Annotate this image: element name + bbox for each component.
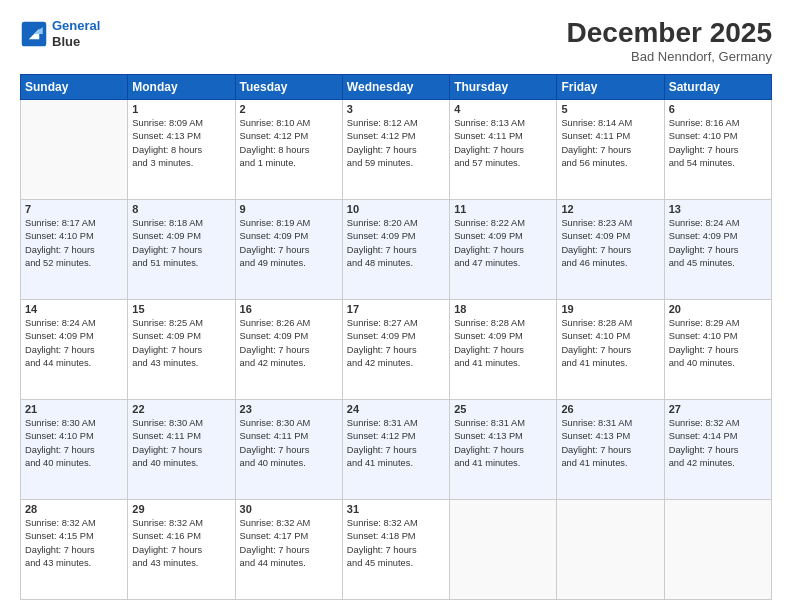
cell-info: Sunrise: 8:22 AMSunset: 4:09 PMDaylight:… [454, 217, 552, 271]
calendar-cell [664, 499, 771, 599]
day-number: 29 [132, 503, 230, 515]
col-header-thursday: Thursday [450, 74, 557, 99]
cell-info: Sunrise: 8:18 AMSunset: 4:09 PMDaylight:… [132, 217, 230, 271]
main-title: December 2025 [567, 18, 772, 49]
calendar-cell: 6Sunrise: 8:16 AMSunset: 4:10 PMDaylight… [664, 99, 771, 199]
day-number: 12 [561, 203, 659, 215]
cell-info: Sunrise: 8:25 AMSunset: 4:09 PMDaylight:… [132, 317, 230, 371]
page: General Blue December 2025 Bad Nenndorf,… [0, 0, 792, 612]
day-number: 9 [240, 203, 338, 215]
calendar-cell: 10Sunrise: 8:20 AMSunset: 4:09 PMDayligh… [342, 199, 449, 299]
col-header-wednesday: Wednesday [342, 74, 449, 99]
day-number: 3 [347, 103, 445, 115]
calendar-cell: 25Sunrise: 8:31 AMSunset: 4:13 PMDayligh… [450, 399, 557, 499]
col-header-monday: Monday [128, 74, 235, 99]
day-number: 1 [132, 103, 230, 115]
day-number: 11 [454, 203, 552, 215]
cell-info: Sunrise: 8:10 AMSunset: 4:12 PMDaylight:… [240, 117, 338, 171]
cell-info: Sunrise: 8:31 AMSunset: 4:12 PMDaylight:… [347, 417, 445, 471]
day-number: 27 [669, 403, 767, 415]
cell-info: Sunrise: 8:28 AMSunset: 4:09 PMDaylight:… [454, 317, 552, 371]
cell-info: Sunrise: 8:30 AMSunset: 4:11 PMDaylight:… [132, 417, 230, 471]
calendar-cell: 2Sunrise: 8:10 AMSunset: 4:12 PMDaylight… [235, 99, 342, 199]
day-number: 8 [132, 203, 230, 215]
cell-info: Sunrise: 8:09 AMSunset: 4:13 PMDaylight:… [132, 117, 230, 171]
day-number: 13 [669, 203, 767, 215]
calendar-cell: 31Sunrise: 8:32 AMSunset: 4:18 PMDayligh… [342, 499, 449, 599]
cell-info: Sunrise: 8:30 AMSunset: 4:10 PMDaylight:… [25, 417, 123, 471]
calendar-cell [450, 499, 557, 599]
calendar-cell: 15Sunrise: 8:25 AMSunset: 4:09 PMDayligh… [128, 299, 235, 399]
cell-info: Sunrise: 8:16 AMSunset: 4:10 PMDaylight:… [669, 117, 767, 171]
cell-info: Sunrise: 8:24 AMSunset: 4:09 PMDaylight:… [669, 217, 767, 271]
day-number: 18 [454, 303, 552, 315]
calendar-cell: 5Sunrise: 8:14 AMSunset: 4:11 PMDaylight… [557, 99, 664, 199]
cell-info: Sunrise: 8:32 AMSunset: 4:17 PMDaylight:… [240, 517, 338, 571]
day-number: 22 [132, 403, 230, 415]
calendar-cell: 1Sunrise: 8:09 AMSunset: 4:13 PMDaylight… [128, 99, 235, 199]
col-header-friday: Friday [557, 74, 664, 99]
day-number: 15 [132, 303, 230, 315]
header: General Blue December 2025 Bad Nenndorf,… [20, 18, 772, 64]
calendar-cell: 30Sunrise: 8:32 AMSunset: 4:17 PMDayligh… [235, 499, 342, 599]
subtitle: Bad Nenndorf, Germany [567, 49, 772, 64]
cell-info: Sunrise: 8:31 AMSunset: 4:13 PMDaylight:… [561, 417, 659, 471]
cell-info: Sunrise: 8:24 AMSunset: 4:09 PMDaylight:… [25, 317, 123, 371]
day-number: 31 [347, 503, 445, 515]
day-number: 2 [240, 103, 338, 115]
calendar-cell: 16Sunrise: 8:26 AMSunset: 4:09 PMDayligh… [235, 299, 342, 399]
calendar-cell [557, 499, 664, 599]
calendar-cell: 19Sunrise: 8:28 AMSunset: 4:10 PMDayligh… [557, 299, 664, 399]
cell-info: Sunrise: 8:32 AMSunset: 4:15 PMDaylight:… [25, 517, 123, 571]
day-number: 30 [240, 503, 338, 515]
cell-info: Sunrise: 8:31 AMSunset: 4:13 PMDaylight:… [454, 417, 552, 471]
cell-info: Sunrise: 8:28 AMSunset: 4:10 PMDaylight:… [561, 317, 659, 371]
logo: General Blue [20, 18, 100, 49]
calendar-table: SundayMondayTuesdayWednesdayThursdayFrid… [20, 74, 772, 600]
calendar-cell: 9Sunrise: 8:19 AMSunset: 4:09 PMDaylight… [235, 199, 342, 299]
day-number: 21 [25, 403, 123, 415]
logo-icon [20, 20, 48, 48]
calendar-cell: 22Sunrise: 8:30 AMSunset: 4:11 PMDayligh… [128, 399, 235, 499]
calendar-cell: 12Sunrise: 8:23 AMSunset: 4:09 PMDayligh… [557, 199, 664, 299]
day-number: 16 [240, 303, 338, 315]
day-number: 28 [25, 503, 123, 515]
calendar-cell: 18Sunrise: 8:28 AMSunset: 4:09 PMDayligh… [450, 299, 557, 399]
calendar-cell: 23Sunrise: 8:30 AMSunset: 4:11 PMDayligh… [235, 399, 342, 499]
day-number: 17 [347, 303, 445, 315]
day-number: 7 [25, 203, 123, 215]
cell-info: Sunrise: 8:32 AMSunset: 4:14 PMDaylight:… [669, 417, 767, 471]
day-number: 25 [454, 403, 552, 415]
logo-text: General Blue [52, 18, 100, 49]
cell-info: Sunrise: 8:26 AMSunset: 4:09 PMDaylight:… [240, 317, 338, 371]
calendar-cell: 13Sunrise: 8:24 AMSunset: 4:09 PMDayligh… [664, 199, 771, 299]
day-number: 5 [561, 103, 659, 115]
day-number: 20 [669, 303, 767, 315]
col-header-sunday: Sunday [21, 74, 128, 99]
cell-info: Sunrise: 8:30 AMSunset: 4:11 PMDaylight:… [240, 417, 338, 471]
calendar-cell: 17Sunrise: 8:27 AMSunset: 4:09 PMDayligh… [342, 299, 449, 399]
calendar-cell: 24Sunrise: 8:31 AMSunset: 4:12 PMDayligh… [342, 399, 449, 499]
day-number: 14 [25, 303, 123, 315]
calendar-cell: 28Sunrise: 8:32 AMSunset: 4:15 PMDayligh… [21, 499, 128, 599]
day-number: 4 [454, 103, 552, 115]
col-header-tuesday: Tuesday [235, 74, 342, 99]
calendar-cell: 26Sunrise: 8:31 AMSunset: 4:13 PMDayligh… [557, 399, 664, 499]
calendar-cell: 4Sunrise: 8:13 AMSunset: 4:11 PMDaylight… [450, 99, 557, 199]
day-number: 19 [561, 303, 659, 315]
calendar-cell [21, 99, 128, 199]
calendar-cell: 8Sunrise: 8:18 AMSunset: 4:09 PMDaylight… [128, 199, 235, 299]
cell-info: Sunrise: 8:12 AMSunset: 4:12 PMDaylight:… [347, 117, 445, 171]
cell-info: Sunrise: 8:19 AMSunset: 4:09 PMDaylight:… [240, 217, 338, 271]
cell-info: Sunrise: 8:23 AMSunset: 4:09 PMDaylight:… [561, 217, 659, 271]
day-number: 6 [669, 103, 767, 115]
calendar-cell: 3Sunrise: 8:12 AMSunset: 4:12 PMDaylight… [342, 99, 449, 199]
calendar-cell: 20Sunrise: 8:29 AMSunset: 4:10 PMDayligh… [664, 299, 771, 399]
calendar-cell: 14Sunrise: 8:24 AMSunset: 4:09 PMDayligh… [21, 299, 128, 399]
cell-info: Sunrise: 8:27 AMSunset: 4:09 PMDaylight:… [347, 317, 445, 371]
cell-info: Sunrise: 8:32 AMSunset: 4:16 PMDaylight:… [132, 517, 230, 571]
cell-info: Sunrise: 8:32 AMSunset: 4:18 PMDaylight:… [347, 517, 445, 571]
cell-info: Sunrise: 8:20 AMSunset: 4:09 PMDaylight:… [347, 217, 445, 271]
day-number: 23 [240, 403, 338, 415]
day-number: 24 [347, 403, 445, 415]
